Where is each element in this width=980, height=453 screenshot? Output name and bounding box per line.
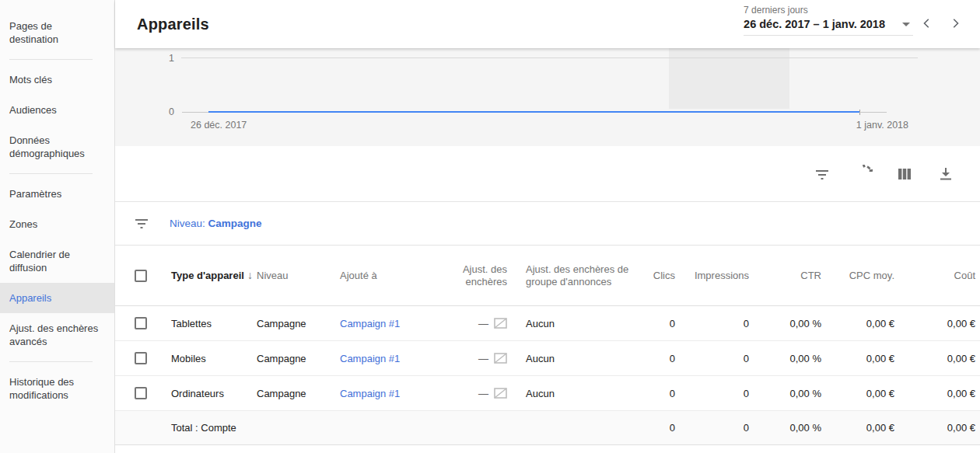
sidebar-item-label: Appareils [9, 292, 51, 304]
date-range-value: 26 déc. 2017 – 1 janv. 2018 [744, 18, 885, 30]
device-type-cell: Tablettes [171, 306, 257, 341]
sidebar-item-zones[interactable]: Zones [0, 209, 114, 239]
ajoute-a-cell: Campaign #1 [340, 306, 442, 341]
clics-cell: 0 [636, 341, 675, 376]
sidebar-item-label: Mots clés [9, 74, 52, 85]
download-icon [938, 166, 954, 182]
sidebar-item-ajust-encheres-avances[interactable]: Ajust. des enchères avancés [0, 313, 114, 357]
sidebar-item-label: Calendrier de diffusion [9, 249, 70, 274]
total-ctr-cell: 0,00 % [749, 411, 821, 445]
columns-button[interactable] [884, 159, 925, 190]
previous-period-button[interactable] [913, 14, 941, 33]
table-total-row: Total : Compte 0 0 0,00 % 0,00 € 0,00 € [115, 411, 980, 445]
x-axis-tick-label: 1 janv. 2018 [831, 120, 908, 131]
empty-value-dash: — [478, 353, 488, 364]
segment-button[interactable] [842, 159, 884, 190]
y-axis-tick-label: 1 [159, 53, 174, 64]
niveau-cell: Campagne [257, 341, 340, 376]
clics-cell: 0 [636, 306, 675, 341]
impressions-cell: 0 [675, 306, 749, 341]
date-range-selector[interactable]: 7 derniers jours 26 déc. 2017 – 1 janv. … [744, 5, 913, 36]
column-header-niveau[interactable]: Niveau [257, 246, 340, 306]
total-cpc-moy-cell: 0,00 € [821, 411, 894, 445]
ajoute-a-cell: Campaign #1 [340, 376, 442, 411]
cout-cell: 0,00 € [894, 376, 980, 411]
column-header-ajust-encheres[interactable]: Ajust. des enchères [442, 246, 512, 306]
table-row: Ordinateurs Campagne Campaign #1 — Aucun… [115, 376, 980, 411]
sidebar-item-pages-de-destination[interactable]: Pages de destination [0, 11, 114, 54]
campaign-link[interactable]: Campaign #1 [340, 353, 400, 364]
chart-data-line [208, 111, 859, 113]
page-header: Appareils 7 derniers jours 26 déc. 2017 … [115, 0, 980, 48]
sidebar-item-calendrier-de-diffusion[interactable]: Calendrier de diffusion [0, 239, 114, 283]
sort-descending-icon: ↓ [244, 269, 253, 281]
checkbox-cell [115, 411, 171, 445]
column-header-cpc-moy[interactable]: CPC moy. [821, 246, 894, 306]
table-row: Mobiles Campagne Campaign #1 — Aucun 0 0… [115, 341, 980, 376]
segment-icon [854, 165, 873, 183]
filter-label: Niveau: [170, 218, 205, 229]
column-header-type-appareil[interactable]: Type d'appareil↓ [171, 246, 257, 306]
row-checkbox[interactable] [135, 387, 147, 399]
empty-value-dash: — [478, 388, 488, 399]
cpc-moy-cell: 0,00 € [821, 341, 894, 376]
column-header-label: Clics [653, 270, 675, 281]
checkbox-cell [115, 376, 171, 411]
column-header-label: CTR [800, 270, 821, 281]
table-header-row: Type d'appareil↓ Niveau Ajouté à Ajust. … [115, 246, 980, 306]
crossed-box-icon [494, 388, 507, 399]
filter-button[interactable] [801, 159, 842, 190]
cpc-moy-cell: 0,00 € [821, 376, 894, 411]
ajust-encheres-cell: — [442, 341, 512, 376]
x-axis-tick-label: 26 déc. 2017 [191, 120, 247, 131]
sidebar-item-audiences[interactable]: Audiences [0, 95, 114, 125]
page-title: Appareils [137, 16, 209, 33]
main-content: Appareils 7 derniers jours 26 déc. 2017 … [115, 0, 980, 453]
sidebar-item-historique-des-modifications[interactable]: Historique des modifications [0, 367, 114, 410]
campaign-link[interactable]: Campaign #1 [340, 318, 400, 329]
column-header-cout[interactable]: Coût [894, 246, 980, 306]
download-button[interactable] [925, 159, 966, 190]
column-header-label: CPC moy. [849, 270, 894, 281]
next-period-button[interactable] [941, 14, 969, 33]
select-all-checkbox[interactable] [135, 270, 147, 282]
columns-icon [896, 166, 913, 182]
sidebar-item-donnees-demographiques[interactable]: Données démographiques [0, 125, 114, 169]
column-header-ajust-groupe[interactable]: Ajust. des enchères de groupe d'annonces [512, 246, 636, 306]
row-checkbox[interactable] [135, 317, 147, 329]
filter-bar: Niveau: Campagne [115, 202, 980, 245]
device-type-cell: Mobiles [171, 341, 257, 376]
cout-cell: 0,00 € [894, 341, 980, 376]
checkbox-cell [115, 306, 171, 341]
column-header-impressions[interactable]: Impressions [675, 246, 749, 306]
sidebar-item-mots-cles[interactable]: Mots clés [0, 64, 114, 95]
total-cout-cell: 0,00 € [894, 411, 980, 445]
sidebar-item-label: Paramètres [9, 188, 61, 200]
filter-icon [814, 166, 830, 182]
x-axis-line [859, 112, 887, 113]
column-header-clics[interactable]: Clics [636, 246, 675, 306]
y-axis-tick-label: 0 [159, 106, 174, 117]
active-filter-chip[interactable]: Niveau: Campagne [170, 218, 262, 229]
crossed-box-icon [494, 353, 507, 364]
campaign-link[interactable]: Campaign #1 [340, 388, 400, 399]
clics-cell: 0 [636, 376, 675, 411]
impressions-cell: 0 [675, 341, 749, 376]
column-header-label: Coût [954, 270, 975, 281]
niveau-cell: Campagne [257, 306, 340, 341]
date-preset-label: 7 derniers jours [744, 5, 913, 16]
sidebar-item-label: Pages de destination [9, 20, 58, 45]
cpc-moy-cell: 0,00 € [821, 306, 894, 341]
column-header-ctr[interactable]: CTR [749, 246, 821, 306]
row-checkbox[interactable] [135, 352, 147, 364]
column-header-label: Ajust. des enchères [463, 263, 507, 287]
sidebar-item-appareils[interactable]: Appareils [0, 283, 114, 313]
column-header-ajoute-a[interactable]: Ajouté à [340, 246, 442, 306]
chevron-left-icon [922, 18, 933, 29]
sidebar-item-label: Données démographiques [9, 134, 85, 159]
chevron-down-icon [902, 23, 910, 26]
sidebar-item-parametres[interactable]: Paramètres [0, 179, 114, 209]
total-impressions-cell: 0 [675, 411, 749, 445]
filter-bar-icon-button[interactable] [134, 217, 149, 231]
ajust-groupe-cell: Aucun [512, 341, 636, 376]
